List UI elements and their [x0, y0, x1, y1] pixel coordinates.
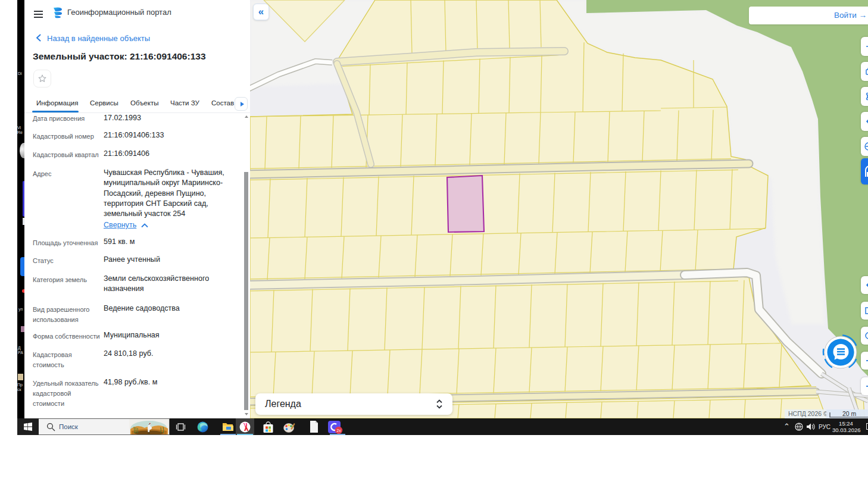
svg-text:20 m: 20 m: [842, 411, 857, 417]
svg-text:2x: 2x: [337, 428, 342, 433]
